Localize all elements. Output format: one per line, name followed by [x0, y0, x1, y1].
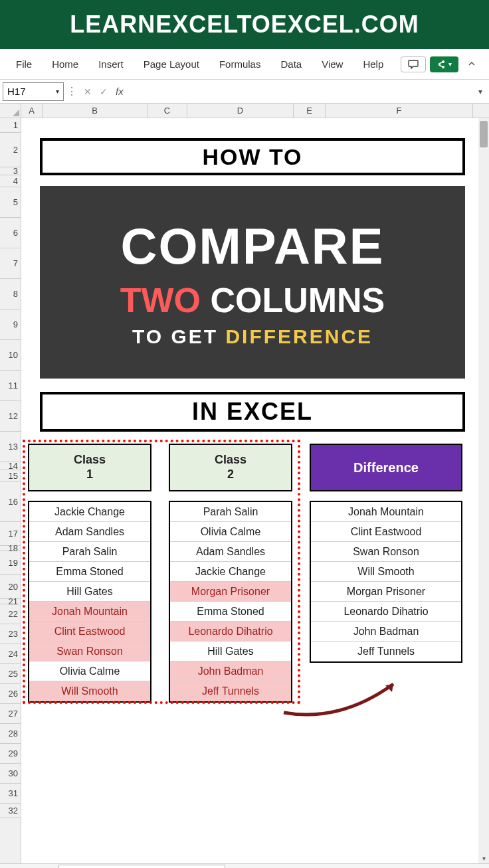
table-cell[interactable]: Emma Stoned — [170, 602, 291, 622]
row-header[interactable]: 31 — [0, 784, 21, 804]
table-cell[interactable]: Leonardo Dihatrio — [311, 602, 461, 622]
row-header[interactable]: 27 — [0, 704, 21, 724]
row-header[interactable]: 28 — [0, 724, 21, 744]
row-header[interactable]: 5 — [0, 187, 21, 218]
poster-dark: COMPARE TWO COLUMNS TO GET DIFFERENCE — [40, 186, 465, 379]
row-header[interactable]: 3 — [0, 167, 21, 175]
table-cell[interactable]: Jeff Tunnels — [170, 681, 291, 701]
row-header[interactable]: 9 — [0, 309, 21, 340]
table-cell[interactable]: Jackie Change — [170, 562, 291, 582]
table-cell[interactable]: John Badman — [170, 661, 291, 681]
tab-home[interactable]: Home — [44, 54, 86, 74]
row-header[interactable]: 14 — [0, 462, 21, 470]
row-header[interactable]: 11 — [0, 371, 21, 401]
formula-input[interactable] — [128, 83, 472, 100]
sheet-tab-bar: < > Compare and Extract Differences + ⋮ — [0, 863, 489, 868]
table-cell[interactable]: Parah Salin — [170, 502, 291, 522]
row-header[interactable]: 25 — [0, 664, 21, 684]
table-cell[interactable]: Swan Ronson — [29, 642, 150, 661]
row-header[interactable]: 21 — [0, 599, 21, 604]
table-cell[interactable]: Will Smooth — [29, 681, 150, 701]
cancel-icon[interactable]: ✕ — [80, 86, 96, 97]
table-cell[interactable]: Emma Stoned — [29, 562, 150, 582]
row-header[interactable]: 24 — [0, 644, 21, 664]
poster-to-get-diff: TO GET DIFFERENCE — [132, 325, 373, 348]
table-cell[interactable]: Parah Salin — [29, 542, 150, 562]
table-cell[interactable]: Olivia Calme — [170, 522, 291, 542]
table-cell[interactable]: Clint Eastwood — [311, 522, 461, 542]
enter-icon[interactable]: ✓ — [96, 86, 112, 97]
row-header[interactable]: 23 — [0, 624, 21, 644]
row-header[interactable]: 12 — [0, 401, 21, 432]
table-cell[interactable]: Hill Gates — [170, 642, 291, 661]
class1-header: Class 1 — [28, 444, 151, 491]
fx-icon[interactable]: fx — [112, 86, 128, 97]
tab-data[interactable]: Data — [272, 54, 310, 74]
table-cell[interactable]: Adam Sandles — [29, 522, 150, 542]
column-header[interactable]: A — [21, 104, 43, 118]
column-header[interactable]: C — [147, 104, 187, 118]
tab-pagelayout[interactable]: Page Layout — [136, 54, 207, 74]
tab-help[interactable]: Help — [355, 54, 391, 74]
scroll-down-icon[interactable]: ▾ — [478, 853, 489, 863]
table-cell[interactable]: John Badman — [311, 622, 461, 642]
tab-view[interactable]: View — [314, 54, 351, 74]
table-cell[interactable]: Olivia Calme — [29, 661, 150, 681]
share-icon — [437, 60, 446, 69]
column-header[interactable]: F — [326, 104, 473, 118]
row-header[interactable]: 1 — [0, 118, 21, 133]
formula-bar-options[interactable]: ⋮ — [64, 85, 80, 98]
row-header[interactable]: 30 — [0, 764, 21, 784]
ribbon-tabs: File Home Insert Page Layout Formulas Da… — [0, 49, 489, 80]
row-header[interactable]: 4 — [0, 175, 21, 187]
row-header[interactable]: 26 — [0, 684, 21, 704]
row-header[interactable]: 32 — [0, 804, 21, 818]
sheet-tab[interactable]: Compare and Extract Differences — [58, 865, 225, 868]
collapse-ribbon-button[interactable] — [462, 54, 481, 74]
row-header[interactable]: 15 — [0, 470, 21, 482]
column-header[interactable]: E — [294, 104, 326, 118]
table-cell[interactable]: Jonah Mountain — [311, 502, 461, 522]
row-header[interactable]: 16 — [0, 482, 21, 522]
row-header[interactable]: 20 — [0, 575, 21, 599]
vertical-scrollbar[interactable]: ▾ — [478, 118, 489, 863]
table-cell[interactable]: Jeff Tunnels — [311, 642, 461, 661]
row-header[interactable]: 19 — [0, 551, 21, 575]
table-cell[interactable]: Morgan Prisoner — [311, 582, 461, 602]
row-header[interactable]: 6 — [0, 218, 21, 248]
chevron-up-icon — [468, 60, 476, 68]
table-cell[interactable]: Morgan Prisoner — [170, 582, 291, 602]
table-cell[interactable]: Swan Ronson — [311, 542, 461, 562]
tab-formulas[interactable]: Formulas — [211, 54, 269, 74]
row-header[interactable]: 29 — [0, 744, 21, 764]
table-cell[interactable]: Leonardo Dihatrio — [170, 622, 291, 642]
row-header[interactable]: 17 — [0, 522, 21, 546]
share-button[interactable]: ▾ — [430, 56, 458, 72]
row-header[interactable]: 7 — [0, 248, 21, 279]
row-header[interactable]: 13 — [0, 432, 21, 462]
comments-button[interactable] — [401, 56, 426, 72]
name-box[interactable]: H17 ▾ — [3, 82, 64, 101]
row-header[interactable]: 18 — [0, 546, 21, 551]
table-cell[interactable]: Jonah Mountain — [29, 602, 150, 622]
expand-formula-bar[interactable]: ▾ — [472, 87, 489, 96]
table-cell[interactable]: Hill Gates — [29, 582, 150, 602]
worksheet-canvas[interactable]: HOW TO COMPARE TWO COLUMNS TO GET DIFFER… — [21, 118, 478, 863]
select-all-corner[interactable] — [0, 104, 21, 118]
column-header[interactable]: D — [187, 104, 294, 118]
table-cell[interactable]: Clint Eastwood — [29, 622, 150, 642]
chevron-down-icon[interactable]: ▾ — [56, 88, 59, 95]
table-cell[interactable]: Will Smooth — [311, 562, 461, 582]
table-cell[interactable]: Jackie Change — [29, 502, 150, 522]
tab-insert[interactable]: Insert — [90, 54, 132, 74]
row-header[interactable]: 22 — [0, 604, 21, 624]
row-header[interactable]: 2 — [0, 133, 21, 167]
row-header[interactable]: 10 — [0, 340, 21, 371]
column-header[interactable]: B — [43, 104, 147, 118]
tab-file[interactable]: File — [8, 54, 40, 74]
row-header[interactable]: 8 — [0, 279, 21, 309]
table-cell[interactable]: Adam Sandles — [170, 542, 291, 562]
row-headers: 1234567891011121314151617181920212223242… — [0, 118, 21, 863]
comment-icon — [408, 60, 419, 69]
scrollbar-thumb[interactable] — [480, 121, 488, 147]
